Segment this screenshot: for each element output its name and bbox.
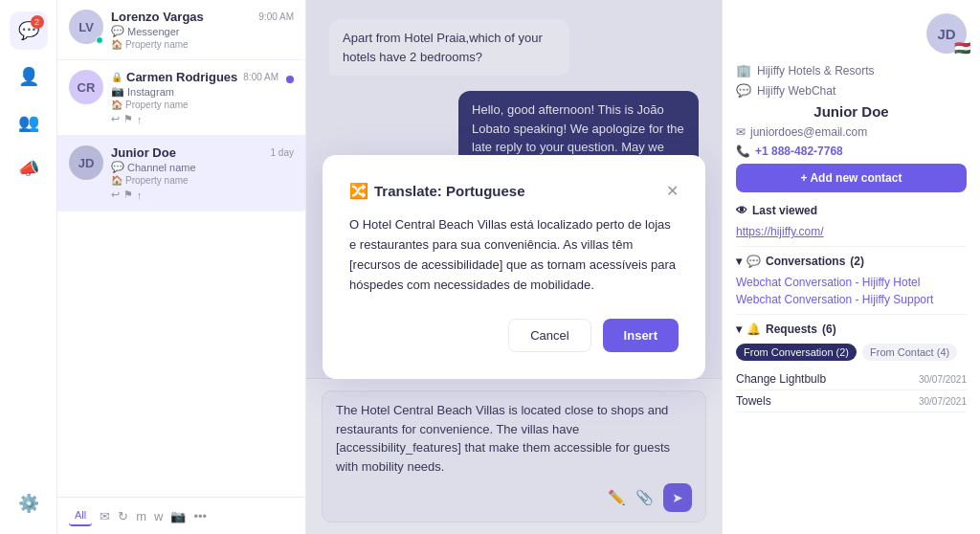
cancel-button[interactable]: Cancel xyxy=(508,319,590,352)
avatar: LV xyxy=(69,10,103,44)
modal-overlay: 🔀 Translate: Portuguese ✕ O Hotel Centra… xyxy=(306,0,722,534)
sidebar-item-contacts[interactable]: 👤 xyxy=(10,57,48,96)
conv-name: Junior Doe xyxy=(111,145,176,160)
conversations-header[interactable]: ▾ 💬 Conversations (2) xyxy=(736,255,967,268)
requests-header[interactable]: ▾ 🔔 Requests (6) xyxy=(736,323,967,336)
email-row: ✉ juniordoes@email.com xyxy=(736,125,967,139)
contact-name: Junior Doe xyxy=(736,103,967,120)
close-icon[interactable]: ✕ xyxy=(666,182,679,200)
requests-list: Change Lightbulb 30/07/2021 Towels 30/07… xyxy=(736,368,967,412)
conv-name: 🔒 Carmen Rodrigues xyxy=(111,70,237,84)
messenger-icon: 💬 xyxy=(111,25,124,37)
online-indicator xyxy=(96,36,103,44)
flag-icon[interactable]: ⚑ xyxy=(123,189,133,201)
flag-icon[interactable]: ⚑ xyxy=(123,113,133,125)
megaphone-icon: 📣 xyxy=(18,158,39,179)
bell-icon: 🔔 xyxy=(746,323,761,336)
avatar: CR xyxy=(69,70,103,104)
property-icon: 🏠 xyxy=(111,39,122,50)
tab-refresh-icon[interactable]: ↻ xyxy=(118,509,128,523)
conv-link[interactable]: Webchat Conversation - Hijiffy Hotel xyxy=(736,276,967,289)
tab-instagram-icon[interactable]: 📷 xyxy=(170,509,186,523)
divider xyxy=(736,246,967,247)
tab-whatsapp-icon[interactable]: w xyxy=(154,509,163,523)
conv-content: 🔒 Carmen Rodrigues 8:00 AM 📷 Instagram 🏠… xyxy=(111,70,278,125)
divider xyxy=(736,314,967,315)
conv-name: Lorenzo Vargas xyxy=(111,10,204,24)
conv-actions: ↩ ⚑ ↑ xyxy=(111,189,294,201)
reply-icon[interactable]: ↩ xyxy=(111,113,120,125)
translate-modal: 🔀 Translate: Portuguese ✕ O Hotel Centra… xyxy=(323,155,705,378)
modal-body: O Hotel Central Beach Villas está locali… xyxy=(349,215,679,295)
lock-icon: 🔒 xyxy=(111,72,122,82)
contacts-icon: 👤 xyxy=(18,66,39,87)
conversation-item[interactable]: CR 🔒 Carmen Rodrigues 8:00 AM 📷 Instagra… xyxy=(57,60,305,136)
add-new-contact-button[interactable]: + Add new contact xyxy=(736,164,967,192)
sidebar-item-chat[interactable]: 💬 2 xyxy=(10,11,48,50)
reply-icon[interactable]: ↩ xyxy=(111,189,120,201)
chevron-down-icon: ▾ xyxy=(736,255,742,268)
tab-all[interactable]: All xyxy=(69,505,92,526)
last-viewed-header[interactable]: 👁 Last viewed xyxy=(736,204,967,217)
flag-icon: 🇭🇺 xyxy=(954,40,970,56)
from-contact-tab[interactable]: From Contact (4) xyxy=(862,344,957,361)
conversation-list: LV Lorenzo Vargas 9:00 AM 💬 Messenger 🏠 … xyxy=(57,0,306,534)
from-conversation-tab[interactable]: From Conversation (2) xyxy=(736,344,857,361)
last-viewed-link[interactable]: https://hijiffy.com/ xyxy=(736,225,967,238)
request-row: Towels 30/07/2021 xyxy=(736,390,967,412)
conv-channel: 💬 Channel name xyxy=(111,161,294,173)
team-icon: 👥 xyxy=(18,112,39,133)
conversation-item[interactable]: LV Lorenzo Vargas 9:00 AM 💬 Messenger 🏠 … xyxy=(57,0,305,60)
sidebar-item-megaphone[interactable]: 📣 xyxy=(10,149,48,188)
unread-indicator xyxy=(286,76,294,83)
building-icon: 🏢 xyxy=(736,63,751,78)
insert-button[interactable]: Insert xyxy=(603,319,679,352)
conversation-item[interactable]: JD Junior Doe 1 day 💬 Channel name 🏠 Pro… xyxy=(57,136,305,211)
up-arrow-icon[interactable]: ↑ xyxy=(137,189,143,201)
conv-time: 9:00 AM xyxy=(258,11,294,22)
conv-time: 1 day xyxy=(271,147,294,158)
chat-area: Apart from Hotel Praia,which of your hot… xyxy=(306,0,722,534)
phone-icon: 📞 xyxy=(736,145,750,158)
tab-messenger-icon[interactable]: m xyxy=(136,509,146,523)
conv-actions: ↩ ⚑ ↑ xyxy=(111,113,278,125)
company-row: 🏢 Hijiffy Hotels & Resorts xyxy=(736,63,967,78)
eye-icon: 👁 xyxy=(736,204,747,217)
right-panel: JD 🇭🇺 🏢 Hijiffy Hotels & Resorts 💬 Hijif… xyxy=(722,0,980,534)
sidebar: 💬 2 👤 👥 📣 ⚙️ xyxy=(0,0,57,534)
conv-channel: 💬 Messenger xyxy=(111,25,294,37)
avatar-row: JD 🇭🇺 xyxy=(736,13,967,54)
translate-icon: 🔀 xyxy=(349,182,368,200)
chevron-down-icon: ▾ xyxy=(736,323,742,336)
conv-property: 🏠 Property name xyxy=(111,175,294,186)
phone-row: 📞 +1 888-482-7768 xyxy=(736,145,967,158)
avatar: JD xyxy=(69,145,103,180)
tab-email-icon[interactable]: ✉ xyxy=(100,509,110,523)
sidebar-item-settings[interactable]: ⚙️ xyxy=(10,484,48,523)
request-row: Change Lightbulb 30/07/2021 xyxy=(736,368,967,390)
conversations-list: Webchat Conversation - Hijiffy Hotel Web… xyxy=(736,276,967,306)
channel-row: 💬 Hijiffy WebChat xyxy=(736,83,967,98)
sidebar-item-team[interactable]: 👥 xyxy=(10,103,48,142)
chat-badge: 2 xyxy=(31,15,44,29)
conv-link[interactable]: Webchat Conversation - Hijiffy Support xyxy=(736,293,967,306)
chat-icon: 💬 xyxy=(746,255,761,268)
property-icon: 🏠 xyxy=(111,175,122,186)
conv-content: Junior Doe 1 day 💬 Channel name 🏠 Proper… xyxy=(111,145,294,201)
channel-filter-tabs: All ✉ ↻ m w 📷 ••• xyxy=(57,497,305,534)
settings-icon: ⚙️ xyxy=(18,493,39,514)
modal-title: 🔀 Translate: Portuguese xyxy=(349,182,525,200)
modal-footer: Cancel Insert xyxy=(349,319,679,352)
tab-more-icon[interactable]: ••• xyxy=(193,509,207,523)
webchat-icon: 💬 xyxy=(736,83,751,98)
property-icon: 🏠 xyxy=(111,100,122,110)
requests-tabs: From Conversation (2) From Contact (4) xyxy=(736,344,967,361)
instagram-icon: 📷 xyxy=(111,85,124,98)
channel-icon: 💬 xyxy=(111,161,124,173)
contact-avatar: JD 🇭🇺 xyxy=(926,13,967,54)
conv-property: 🏠 Property name xyxy=(111,100,278,110)
up-arrow-icon[interactable]: ↑ xyxy=(137,114,143,125)
email-icon: ✉ xyxy=(736,125,746,139)
conv-channel: 📷 Instagram xyxy=(111,85,278,98)
conv-content: Lorenzo Vargas 9:00 AM 💬 Messenger 🏠 Pro… xyxy=(111,10,294,50)
